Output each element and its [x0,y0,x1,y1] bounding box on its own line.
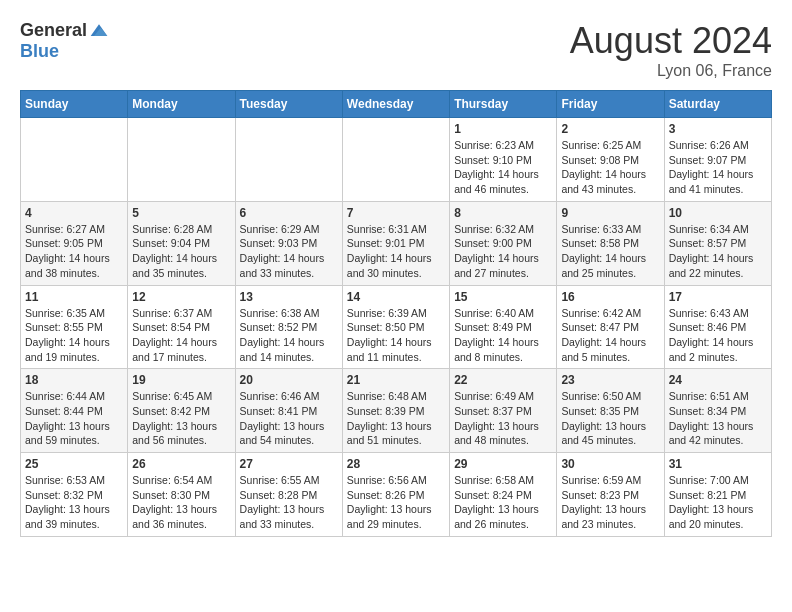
calendar-header-row: SundayMondayTuesdayWednesdayThursdayFrid… [21,91,772,118]
calendar-cell: 23Sunrise: 6:50 AMSunset: 8:35 PMDayligh… [557,369,664,453]
calendar-cell: 31Sunrise: 7:00 AMSunset: 8:21 PMDayligh… [664,453,771,537]
day-of-week-header: Wednesday [342,91,449,118]
page-header: General Blue August 2024 Lyon 06, France [20,20,772,80]
calendar-week-row: 4Sunrise: 6:27 AMSunset: 9:05 PMDaylight… [21,201,772,285]
day-info: Sunrise: 6:56 AMSunset: 8:26 PMDaylight:… [347,473,445,532]
day-number: 25 [25,457,123,471]
calendar-cell [342,118,449,202]
calendar-cell: 17Sunrise: 6:43 AMSunset: 8:46 PMDayligh… [664,285,771,369]
calendar-cell: 25Sunrise: 6:53 AMSunset: 8:32 PMDayligh… [21,453,128,537]
day-number: 18 [25,373,123,387]
day-info: Sunrise: 7:00 AMSunset: 8:21 PMDaylight:… [669,473,767,532]
calendar-cell: 24Sunrise: 6:51 AMSunset: 8:34 PMDayligh… [664,369,771,453]
day-number: 24 [669,373,767,387]
calendar-cell: 22Sunrise: 6:49 AMSunset: 8:37 PMDayligh… [450,369,557,453]
calendar-week-row: 1Sunrise: 6:23 AMSunset: 9:10 PMDaylight… [21,118,772,202]
day-of-week-header: Thursday [450,91,557,118]
day-info: Sunrise: 6:28 AMSunset: 9:04 PMDaylight:… [132,222,230,281]
day-info: Sunrise: 6:53 AMSunset: 8:32 PMDaylight:… [25,473,123,532]
day-number: 30 [561,457,659,471]
day-number: 4 [25,206,123,220]
day-number: 10 [669,206,767,220]
day-info: Sunrise: 6:37 AMSunset: 8:54 PMDaylight:… [132,306,230,365]
day-number: 2 [561,122,659,136]
day-number: 19 [132,373,230,387]
day-number: 14 [347,290,445,304]
calendar-cell: 30Sunrise: 6:59 AMSunset: 8:23 PMDayligh… [557,453,664,537]
day-info: Sunrise: 6:40 AMSunset: 8:49 PMDaylight:… [454,306,552,365]
day-number: 8 [454,206,552,220]
calendar-cell: 7Sunrise: 6:31 AMSunset: 9:01 PMDaylight… [342,201,449,285]
day-number: 15 [454,290,552,304]
day-number: 5 [132,206,230,220]
day-info: Sunrise: 6:49 AMSunset: 8:37 PMDaylight:… [454,389,552,448]
day-info: Sunrise: 6:26 AMSunset: 9:07 PMDaylight:… [669,138,767,197]
day-number: 16 [561,290,659,304]
day-number: 3 [669,122,767,136]
calendar-cell: 14Sunrise: 6:39 AMSunset: 8:50 PMDayligh… [342,285,449,369]
calendar-week-row: 18Sunrise: 6:44 AMSunset: 8:44 PMDayligh… [21,369,772,453]
day-number: 6 [240,206,338,220]
day-number: 21 [347,373,445,387]
day-number: 23 [561,373,659,387]
day-of-week-header: Saturday [664,91,771,118]
calendar-cell: 6Sunrise: 6:29 AMSunset: 9:03 PMDaylight… [235,201,342,285]
day-info: Sunrise: 6:32 AMSunset: 9:00 PMDaylight:… [454,222,552,281]
calendar-cell: 8Sunrise: 6:32 AMSunset: 9:00 PMDaylight… [450,201,557,285]
calendar-cell [21,118,128,202]
calendar-cell: 19Sunrise: 6:45 AMSunset: 8:42 PMDayligh… [128,369,235,453]
calendar-cell: 27Sunrise: 6:55 AMSunset: 8:28 PMDayligh… [235,453,342,537]
calendar-cell: 1Sunrise: 6:23 AMSunset: 9:10 PMDaylight… [450,118,557,202]
calendar-cell: 29Sunrise: 6:58 AMSunset: 8:24 PMDayligh… [450,453,557,537]
calendar-cell [235,118,342,202]
location-label: Lyon 06, France [570,62,772,80]
day-number: 29 [454,457,552,471]
day-info: Sunrise: 6:59 AMSunset: 8:23 PMDaylight:… [561,473,659,532]
calendar-week-row: 25Sunrise: 6:53 AMSunset: 8:32 PMDayligh… [21,453,772,537]
calendar-cell: 2Sunrise: 6:25 AMSunset: 9:08 PMDaylight… [557,118,664,202]
day-of-week-header: Sunday [21,91,128,118]
calendar-cell: 5Sunrise: 6:28 AMSunset: 9:04 PMDaylight… [128,201,235,285]
day-number: 9 [561,206,659,220]
day-number: 28 [347,457,445,471]
day-number: 31 [669,457,767,471]
day-info: Sunrise: 6:51 AMSunset: 8:34 PMDaylight:… [669,389,767,448]
day-number: 17 [669,290,767,304]
day-info: Sunrise: 6:38 AMSunset: 8:52 PMDaylight:… [240,306,338,365]
logo-blue-text: Blue [20,41,59,62]
day-info: Sunrise: 6:42 AMSunset: 8:47 PMDaylight:… [561,306,659,365]
day-info: Sunrise: 6:23 AMSunset: 9:10 PMDaylight:… [454,138,552,197]
day-info: Sunrise: 6:45 AMSunset: 8:42 PMDaylight:… [132,389,230,448]
calendar-table: SundayMondayTuesdayWednesdayThursdayFrid… [20,90,772,537]
day-info: Sunrise: 6:25 AMSunset: 9:08 PMDaylight:… [561,138,659,197]
calendar-cell: 12Sunrise: 6:37 AMSunset: 8:54 PMDayligh… [128,285,235,369]
calendar-cell: 10Sunrise: 6:34 AMSunset: 8:57 PMDayligh… [664,201,771,285]
day-info: Sunrise: 6:27 AMSunset: 9:05 PMDaylight:… [25,222,123,281]
logo: General Blue [20,20,109,62]
calendar-cell: 16Sunrise: 6:42 AMSunset: 8:47 PMDayligh… [557,285,664,369]
day-number: 13 [240,290,338,304]
day-info: Sunrise: 6:29 AMSunset: 9:03 PMDaylight:… [240,222,338,281]
day-info: Sunrise: 6:58 AMSunset: 8:24 PMDaylight:… [454,473,552,532]
day-info: Sunrise: 6:44 AMSunset: 8:44 PMDaylight:… [25,389,123,448]
calendar-cell: 4Sunrise: 6:27 AMSunset: 9:05 PMDaylight… [21,201,128,285]
calendar-cell: 18Sunrise: 6:44 AMSunset: 8:44 PMDayligh… [21,369,128,453]
day-info: Sunrise: 6:50 AMSunset: 8:35 PMDaylight:… [561,389,659,448]
day-of-week-header: Monday [128,91,235,118]
day-number: 27 [240,457,338,471]
day-info: Sunrise: 6:55 AMSunset: 8:28 PMDaylight:… [240,473,338,532]
calendar-cell: 26Sunrise: 6:54 AMSunset: 8:30 PMDayligh… [128,453,235,537]
month-title: August 2024 [570,20,772,62]
day-of-week-header: Friday [557,91,664,118]
title-section: August 2024 Lyon 06, France [570,20,772,80]
day-info: Sunrise: 6:35 AMSunset: 8:55 PMDaylight:… [25,306,123,365]
day-info: Sunrise: 6:48 AMSunset: 8:39 PMDaylight:… [347,389,445,448]
day-info: Sunrise: 6:31 AMSunset: 9:01 PMDaylight:… [347,222,445,281]
day-info: Sunrise: 6:54 AMSunset: 8:30 PMDaylight:… [132,473,230,532]
logo-icon [89,21,109,41]
calendar-week-row: 11Sunrise: 6:35 AMSunset: 8:55 PMDayligh… [21,285,772,369]
calendar-cell: 11Sunrise: 6:35 AMSunset: 8:55 PMDayligh… [21,285,128,369]
calendar-cell: 21Sunrise: 6:48 AMSunset: 8:39 PMDayligh… [342,369,449,453]
day-number: 22 [454,373,552,387]
day-info: Sunrise: 6:33 AMSunset: 8:58 PMDaylight:… [561,222,659,281]
